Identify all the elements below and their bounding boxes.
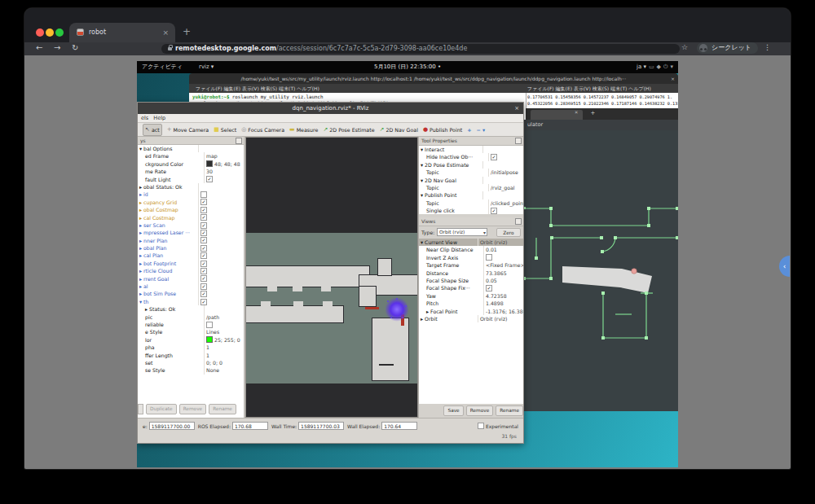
property-value[interactable]: 0; 0; 0 [204, 359, 244, 366]
checkbox[interactable]: ✓ [491, 208, 497, 214]
tree-row[interactable]: ckground Color48; 48; 48 [138, 160, 244, 168]
browser-tab[interactable]: robot × [69, 23, 175, 42]
property-value[interactable] [482, 161, 523, 169]
toolbar-button-2d-nav-goal[interactable]: ↗2D Nav Goal [380, 125, 418, 135]
mac-zoom-button[interactable] [55, 28, 64, 37]
tree-row[interactable]: ▸ ser Scan✓ [138, 221, 244, 229]
property-value[interactable]: 25; 255; 0 [204, 336, 244, 344]
terminal-menu-right[interactable]: ファイル(F) 編集(E) 表示(V) 検索(S) 端末(T) ヘルプ(H) [527, 84, 651, 93]
panel-dock-icon[interactable] [515, 138, 522, 144]
experimental-checkbox[interactable] [478, 423, 484, 429]
browser-menu-icon[interactable]: ⋮ [764, 43, 771, 51]
checkbox[interactable]: ✓ [200, 291, 207, 297]
remove-button[interactable]: Remove [466, 405, 494, 416]
new-tab-button[interactable]: + [183, 26, 191, 37]
tree-row[interactable]: ▾ 2D Pose Estimate [419, 161, 523, 169]
background-tab-new-icon[interactable]: + [591, 109, 595, 116]
checkbox[interactable]: ✓ [491, 154, 497, 160]
tree-row[interactable]: ▾ Publish Point [419, 191, 523, 199]
property-value[interactable]: ✓ [204, 176, 244, 183]
rviz-3d-view[interactable] [245, 137, 418, 418]
property-value[interactable]: /clicked_point [488, 199, 523, 207]
save-button[interactable]: Save [443, 405, 463, 416]
checkbox[interactable]: ✓ [200, 237, 207, 243]
property-value[interactable]: 0.01 [483, 246, 523, 253]
tree-row[interactable]: se StyleNone [138, 366, 244, 374]
property-value[interactable] [482, 191, 523, 199]
tree-row[interactable]: ▸ nner Plan✓ [138, 237, 244, 244]
tree-row[interactable]: e StyleLines [138, 328, 244, 335]
forward-icon[interactable]: → [54, 43, 60, 52]
checkbox[interactable]: ✓ [200, 299, 207, 305]
tree-row[interactable]: reliable [138, 321, 244, 328]
tree-row[interactable]: Pitch1.4898 [419, 300, 523, 307]
property-value[interactable]: Lines [204, 328, 244, 335]
property-value[interactable]: 0.05 [483, 277, 523, 284]
tree-row[interactable]: Near Clip Distance0.01 [419, 246, 523, 253]
tree-row[interactable]: pha1 [138, 344, 244, 351]
property-value[interactable]: /path [204, 313, 244, 321]
property-value[interactable]: ✓ [488, 153, 523, 160]
tool-properties-header[interactable]: Tool Properties [419, 137, 523, 146]
gazebo-3d-view[interactable] [524, 130, 678, 411]
property-value[interactable]: -1.3176; 16.386; -1.401 [483, 308, 523, 315]
rename-button[interactable]: Rename [209, 404, 236, 414]
property-value[interactable]: ✓ [198, 221, 244, 229]
checkbox[interactable]: ✓ [200, 252, 207, 259]
tree-row[interactable]: set0; 0; 0 [138, 359, 244, 366]
toolbar-button-publish-point[interactable]: ●Publish Point [423, 125, 462, 135]
toolbar-button-select[interactable]: ■Select [214, 125, 236, 135]
property-value[interactable]: ✓ [198, 260, 244, 267]
rename-button[interactable]: Rename [496, 405, 523, 416]
menu-help[interactable]: Help [153, 115, 165, 121]
experimental-toggle[interactable]: Experimental [478, 423, 518, 429]
duplicate-button[interactable]: Duplicate [146, 404, 177, 414]
tab-close-icon[interactable]: × [162, 23, 169, 42]
property-value[interactable]: ✓ [198, 283, 244, 290]
checkbox[interactable]: ✓ [486, 285, 492, 291]
property-value[interactable]: 48; 48; 48 [204, 160, 244, 168]
property-value[interactable] [482, 146, 523, 153]
mac-minimize-button[interactable] [46, 28, 54, 37]
property-value[interactable]: ✓ [488, 207, 523, 214]
property-value[interactable]: 4.72358 [483, 292, 523, 300]
tree-row[interactable]: ▸ id [138, 191, 244, 198]
tree-row[interactable]: ed Framemap [138, 152, 244, 160]
property-value[interactable]: 73.3865 [483, 270, 523, 277]
tree-row[interactable]: ▸ OrbitOrbit (rviz) [419, 315, 523, 322]
terminal-menubar[interactable]: ファイル(F) 編集(E) 表示(V) 検索(S) 端末(T) ヘルプ(H) フ… [189, 84, 678, 93]
bookmark-star-icon[interactable]: ☆ [681, 43, 688, 51]
url-bar[interactable]: remotedesktop.google.com/access/session/… [161, 44, 680, 54]
property-value[interactable]: Orbit (rviz) [478, 239, 523, 246]
views-header[interactable]: Views [419, 217, 523, 226]
gnome-status-area[interactable]: ja ▾▭◆⏻▾ [637, 61, 673, 73]
tree-row[interactable]: Topic/initialpose [419, 169, 523, 176]
checkbox[interactable] [486, 254, 492, 261]
terminal-titlebar[interactable]: /home/yuki/test_ws/src/my_utility/launch… [189, 73, 678, 84]
property-value[interactable]: ✓ [198, 237, 244, 244]
property-value[interactable]: ✓ [198, 267, 244, 274]
checkbox[interactable]: ✓ [200, 275, 207, 282]
tree-row[interactable]: ffer Length1 [138, 352, 244, 359]
property-value[interactable]: ✓ [198, 298, 244, 305]
toolbar-button--[interactable]: − ▾ [476, 125, 485, 135]
tree-row[interactable]: ▸ rticle Cloud✓ [138, 267, 244, 274]
property-value[interactable]: ✓ [198, 206, 244, 213]
tree-row[interactable]: Single click✓ [419, 207, 523, 214]
tree-row[interactable]: pic/path [138, 313, 244, 321]
background-tab-close-icon[interactable]: × [575, 109, 578, 116]
checkbox[interactable] [200, 191, 207, 198]
gazebo-titlebar[interactable]: ulator [524, 120, 678, 130]
gnome-clock[interactable]: 5月10日 (日) 22:35:00 • [137, 61, 678, 73]
property-value[interactable]: ✓ [483, 284, 523, 291]
property-value[interactable]: 1 [204, 352, 244, 359]
tree-row[interactable]: ▸ al✓ [138, 283, 244, 290]
checkbox[interactable]: ✓ [200, 207, 207, 213]
tree-row[interactable]: Topic/rviz_goal [419, 184, 523, 191]
property-value[interactable]: map [204, 152, 244, 160]
view-type-dropdown[interactable]: Orbit (rviz)▾ [437, 228, 487, 236]
tree-row[interactable]: ▾ th✓ [138, 298, 244, 305]
tree-row[interactable]: Target Frame<Fixed Frame> [419, 261, 523, 269]
gnome-app-menu[interactable]: rviz ▾ [199, 61, 214, 73]
property-value[interactable]: /initialpose [488, 169, 523, 176]
